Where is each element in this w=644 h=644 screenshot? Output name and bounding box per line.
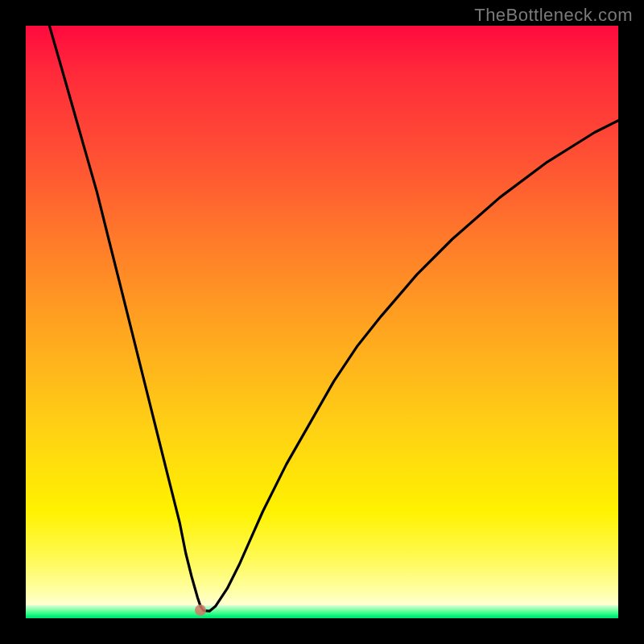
bottleneck-curve (26, 26, 618, 618)
chart-frame: TheBottleneck.com (0, 0, 644, 644)
plot-area (26, 26, 618, 618)
curve-path (49, 26, 618, 611)
watermark-label: TheBottleneck.com (474, 5, 633, 26)
vertex-marker (195, 605, 206, 616)
